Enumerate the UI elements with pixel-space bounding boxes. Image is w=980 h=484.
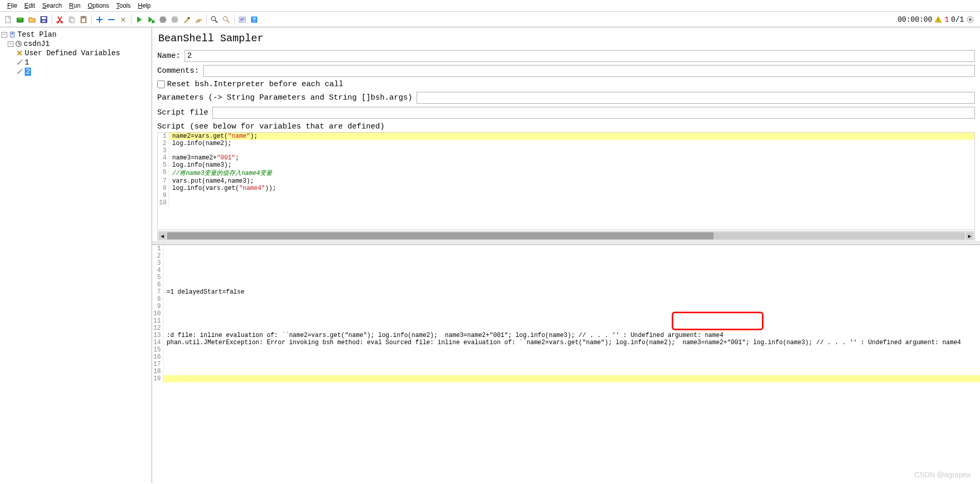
copy-icon[interactable] bbox=[66, 14, 77, 25]
svg-rect-15 bbox=[188, 17, 190, 19]
tree-collapse-icon[interactable]: − bbox=[8, 41, 13, 47]
tree-collapse-icon[interactable]: − bbox=[2, 32, 7, 38]
active-threads: 0/1 bbox=[951, 15, 964, 24]
svg-point-16 bbox=[211, 17, 215, 21]
tree-sampler-2[interactable]: 2 bbox=[25, 68, 31, 76]
svg-point-14 bbox=[152, 20, 155, 23]
warn-count: 1 bbox=[944, 15, 949, 24]
test-plan-tree[interactable]: −Test Plan −csdnJ1 User Defined Variable… bbox=[0, 27, 152, 483]
toggle-icon[interactable] bbox=[118, 14, 129, 25]
shutdown-icon[interactable] bbox=[169, 14, 180, 25]
script-editor[interactable]: 1name2=vars.get("name");2log.info(name2)… bbox=[157, 132, 975, 230]
reset-checkbox[interactable] bbox=[157, 80, 165, 88]
scroll-thumb[interactable] bbox=[167, 232, 713, 239]
svg-rect-9 bbox=[71, 18, 74, 23]
search-icon[interactable] bbox=[209, 14, 220, 25]
menu-help[interactable]: Help bbox=[135, 1, 154, 10]
script-hscrollbar[interactable]: ◄ ► bbox=[157, 231, 975, 240]
error-highlight-box bbox=[672, 312, 763, 330]
comments-label: Comments: bbox=[157, 67, 199, 75]
svg-rect-2 bbox=[18, 17, 22, 19]
reset-search-icon[interactable] bbox=[221, 14, 232, 25]
svg-rect-1 bbox=[17, 18, 23, 22]
scroll-left-icon[interactable]: ◄ bbox=[159, 232, 166, 239]
expand-icon[interactable] bbox=[94, 14, 105, 25]
params-input[interactable] bbox=[417, 92, 975, 104]
function-helper-icon[interactable] bbox=[237, 14, 248, 25]
threadgroup-icon bbox=[15, 40, 22, 47]
params-label: Parameters (-> String Parameters and Str… bbox=[157, 93, 412, 102]
menu-file[interactable]: File bbox=[4, 1, 20, 10]
scriptfile-label: Script file bbox=[157, 108, 208, 117]
clear-all-icon[interactable] bbox=[193, 14, 204, 25]
menu-edit[interactable]: Edit bbox=[21, 1, 38, 10]
name-label: Name: bbox=[157, 52, 180, 60]
stop-icon[interactable] bbox=[157, 14, 169, 25]
tree-testplan[interactable]: Test Plan bbox=[18, 30, 57, 39]
clear-icon[interactable] bbox=[181, 14, 192, 25]
thread-indicator-icon bbox=[966, 15, 974, 24]
watermark: CSDN @agrapea bbox=[915, 471, 971, 479]
name-input[interactable] bbox=[185, 50, 975, 62]
help-icon[interactable]: ? bbox=[248, 14, 260, 25]
menu-search[interactable]: Search bbox=[39, 1, 65, 10]
menubar: File Edit Search Run Options Tools Help bbox=[0, 0, 980, 12]
svg-text:!: ! bbox=[937, 18, 940, 23]
svg-point-17 bbox=[223, 17, 227, 21]
start-no-timers-icon[interactable] bbox=[145, 14, 157, 25]
panel-title: BeanShell Sampler bbox=[152, 27, 980, 49]
cut-icon[interactable] bbox=[54, 14, 65, 25]
save-icon[interactable] bbox=[38, 14, 49, 25]
scriptfile-input[interactable] bbox=[212, 107, 975, 119]
collapse-icon[interactable] bbox=[106, 14, 117, 25]
svg-text:?: ? bbox=[253, 17, 256, 23]
tree-threadgroup[interactable]: csdnJ1 bbox=[24, 40, 49, 48]
sampler-icon bbox=[16, 68, 23, 75]
scroll-right-icon[interactable]: ► bbox=[966, 232, 973, 239]
tree-udv[interactable]: User Defined Variables bbox=[25, 49, 120, 57]
comments-input[interactable] bbox=[203, 65, 975, 77]
script-label: Script (see below for variables that are… bbox=[152, 120, 980, 132]
toolbar: ? 00:00:00 ! 1 0/1 bbox=[0, 12, 980, 27]
svg-rect-11 bbox=[82, 16, 85, 18]
svg-rect-4 bbox=[42, 17, 46, 19]
svg-point-28 bbox=[21, 69, 23, 71]
testplan-icon bbox=[9, 31, 16, 38]
start-icon[interactable] bbox=[134, 14, 145, 25]
paste-icon[interactable] bbox=[78, 14, 89, 25]
log-panel[interactable]: 1 2 3 4 5 6 7=1 delayedStart=false8 9 10… bbox=[152, 245, 980, 483]
reset-label: Reset bsh.Interpreter before each call bbox=[167, 80, 343, 89]
svg-point-25 bbox=[11, 33, 13, 35]
svg-rect-12 bbox=[82, 19, 85, 22]
open-icon[interactable] bbox=[26, 14, 38, 25]
templates-icon[interactable] bbox=[14, 14, 26, 25]
svg-point-23 bbox=[969, 18, 972, 21]
menu-run[interactable]: Run bbox=[66, 1, 84, 10]
new-icon[interactable] bbox=[3, 14, 14, 25]
svg-point-13 bbox=[122, 19, 124, 21]
menu-options[interactable]: Options bbox=[85, 1, 112, 10]
svg-rect-5 bbox=[42, 20, 45, 22]
toolbar-status: 00:00:00 ! 1 0/1 bbox=[898, 15, 977, 24]
svg-point-27 bbox=[21, 59, 23, 61]
variables-icon bbox=[16, 50, 23, 57]
elapsed-time: 00:00:00 bbox=[898, 15, 932, 24]
menu-tools[interactable]: Tools bbox=[113, 1, 134, 10]
svg-rect-0 bbox=[6, 17, 10, 23]
tree-sampler-1[interactable]: 1 bbox=[25, 58, 29, 67]
warning-icon: ! bbox=[934, 15, 942, 24]
sampler-icon bbox=[16, 59, 23, 66]
